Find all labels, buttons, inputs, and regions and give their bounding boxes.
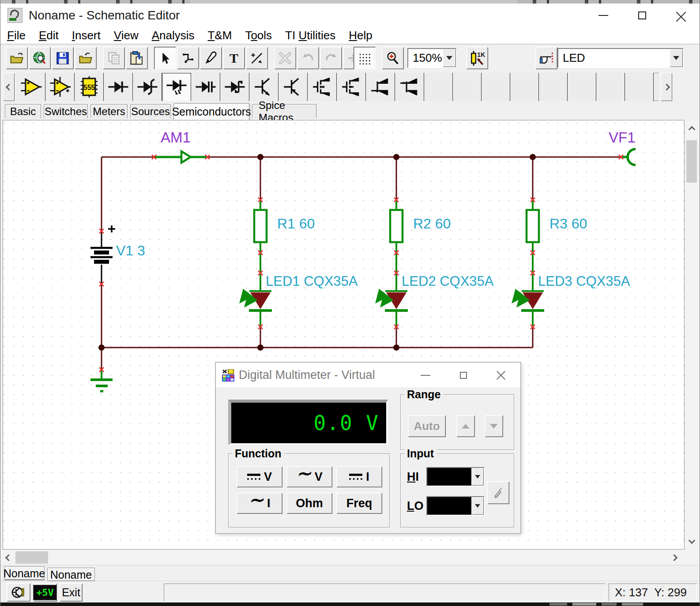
zoom-tool-button[interactable]: [382, 47, 404, 69]
ac-current-button[interactable]: I: [237, 493, 282, 514]
component-pnp-transistor-button[interactable]: [278, 73, 308, 101]
paste-button[interactable]: [126, 47, 148, 69]
range-up-button[interactable]: [456, 415, 475, 437]
status-message-panel: [164, 584, 605, 601]
select-cursor-button[interactable]: [154, 47, 176, 69]
multimeter-title: Digital Multimeter - Virtual: [239, 368, 375, 382]
component-pjfet-transistor-button[interactable]: [395, 73, 424, 101]
redo-button[interactable]: [320, 47, 342, 69]
horizontal-scroll-thumb[interactable]: [15, 551, 48, 564]
tab-semiconductors[interactable]: Semiconductors: [173, 103, 249, 120]
grid-toggle-button[interactable]: [354, 47, 376, 69]
tab-sources[interactable]: Sources: [130, 104, 171, 118]
hi-input-combo[interactable]: [426, 467, 485, 486]
dc-current-button[interactable]: I: [336, 466, 382, 487]
range-down-button[interactable]: [485, 415, 503, 437]
component-opamp-button[interactable]: [16, 73, 45, 101]
component-opamp-power-button[interactable]: [45, 73, 75, 101]
lo-input-combo[interactable]: [426, 496, 485, 516]
zoom-dropdown-button[interactable]: [443, 49, 456, 67]
vertical-scrollbar[interactable]: [685, 120, 699, 550]
component-zener-diode-button[interactable]: [133, 73, 162, 101]
doc-tab-noname-2[interactable]: Noname: [47, 568, 95, 582]
main-toolbar: T 150% 1K LED: [0, 44, 700, 71]
component-value-tool-button[interactable]: 1K: [466, 47, 488, 69]
tab-switches[interactable]: Switches: [44, 104, 88, 118]
ground-symbol[interactable]: [90, 370, 113, 391]
menu-item-file[interactable]: File: [0, 29, 32, 42]
component-njfet-transistor-button[interactable]: [366, 73, 395, 101]
horizontal-scrollbar[interactable]: [0, 550, 700, 565]
scroll-down-button[interactable]: [685, 534, 699, 547]
vertical-scroll-thumb[interactable]: [686, 140, 697, 183]
open-file-button[interactable]: [6, 47, 28, 69]
dimension-tool-button[interactable]: [246, 47, 268, 69]
menu-item-ti-utilities[interactable]: TI Utilities: [278, 29, 342, 42]
open-macro-button[interactable]: [75, 47, 97, 69]
column-r2-led2[interactable]: [377, 157, 408, 348]
scroll-right-button[interactable]: [667, 550, 681, 565]
point-to-component-button[interactable]: [535, 47, 557, 69]
component-mode-button[interactable]: [7, 583, 30, 602]
minimize-button[interactable]: [584, 4, 623, 27]
component-empty-slot: [625, 73, 654, 101]
column-r1-led1[interactable]: [241, 157, 272, 348]
power-button[interactable]: +5V: [33, 583, 57, 602]
doc-tab-noname-1[interactable]: Noname: [4, 566, 45, 580]
undo-button[interactable]: [297, 47, 319, 69]
close-icon: [497, 370, 506, 380]
component-schottky-diode-button[interactable]: [220, 73, 249, 101]
dc-voltage-button[interactable]: V: [237, 466, 282, 487]
tab-spice-macros[interactable]: Spice Macros: [252, 104, 316, 118]
menu-item-view[interactable]: View: [107, 29, 145, 42]
component-led-button[interactable]: [162, 73, 191, 101]
component-pmos-transistor-button[interactable]: [337, 73, 366, 101]
multimeter-close-button[interactable]: [482, 363, 520, 388]
multimeter-minimize-button[interactable]: [406, 363, 444, 388]
component-filter-combo[interactable]: LED: [557, 48, 684, 68]
menu-item-tools[interactable]: Tools: [238, 29, 278, 42]
close-button[interactable]: [662, 4, 700, 27]
maximize-button[interactable]: [623, 4, 662, 27]
multimeter-dialog[interactable]: Digital Multimeter - Virtual 0.0 V Range…: [215, 362, 521, 534]
menu-item-help[interactable]: Help: [342, 29, 379, 42]
component-diode-button[interactable]: [104, 73, 133, 101]
scroll-up-button[interactable]: [685, 123, 699, 136]
scroll-left-button[interactable]: [1, 550, 15, 565]
ohm-button[interactable]: Ohm: [286, 493, 332, 514]
component-varicap-diode-button[interactable]: [191, 73, 220, 101]
hi-dropdown-button[interactable]: [471, 468, 484, 486]
component-nmos-transistor-button[interactable]: [308, 73, 337, 101]
open-from-web-button[interactable]: [29, 47, 51, 69]
battery-symbol[interactable]: [90, 225, 115, 284]
probe-button[interactable]: [487, 481, 509, 504]
column-r3-led3[interactable]: [514, 157, 544, 348]
range-auto-button[interactable]: Auto: [408, 415, 446, 437]
component-555-timer-button[interactable]: 555: [75, 73, 104, 101]
component-npn-transistor-button[interactable]: [249, 73, 278, 101]
copy-button[interactable]: [103, 47, 125, 69]
voltage-pin-symbol[interactable]: [621, 149, 636, 165]
wire-tool-button[interactable]: [177, 47, 199, 69]
text-tool-button[interactable]: T: [223, 47, 245, 69]
pencil-tool-button[interactable]: [200, 47, 222, 69]
component-filter-dropdown-button[interactable]: [670, 49, 683, 67]
ac-voltage-button[interactable]: V: [286, 466, 332, 487]
ammeter-symbol[interactable]: [154, 151, 207, 163]
zoom-level-combo[interactable]: 150%: [407, 48, 457, 68]
menu-item-analysis[interactable]: Analysis: [145, 29, 201, 42]
menu-item-edit[interactable]: Edit: [32, 29, 65, 42]
menu-item-insert[interactable]: Insert: [65, 29, 107, 42]
save-button[interactable]: [52, 47, 74, 69]
tab-meters[interactable]: Meters: [90, 104, 128, 118]
multimeter-title-bar[interactable]: Digital Multimeter - Virtual: [216, 363, 520, 388]
lo-dropdown-button[interactable]: [471, 497, 484, 515]
tab-basic[interactable]: Basic: [5, 104, 41, 118]
component-scroll-right-button[interactable]: [661, 73, 672, 101]
delete-button[interactable]: [274, 47, 296, 69]
multimeter-maximize-button[interactable]: [444, 363, 482, 388]
component-scroll-left-button[interactable]: [3, 73, 15, 101]
exit-button[interactable]: Exit: [60, 583, 83, 602]
freq-button[interactable]: Freq: [336, 493, 382, 514]
menu-item-t-and-m[interactable]: T&M: [201, 29, 238, 42]
